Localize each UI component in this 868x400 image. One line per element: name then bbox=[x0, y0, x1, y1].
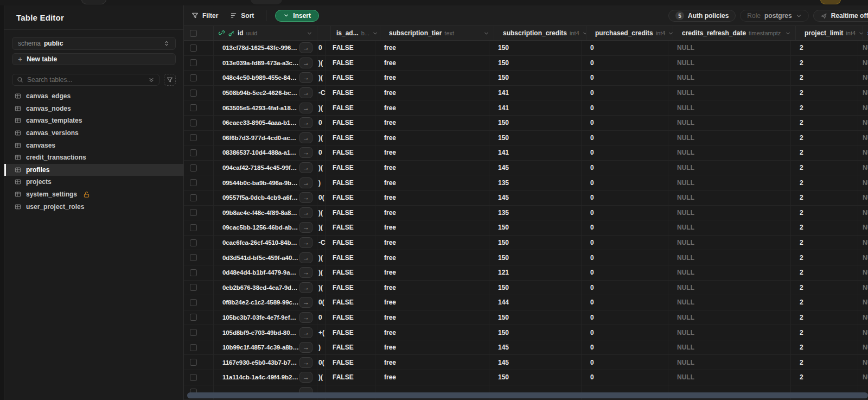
row-checkbox[interactable] bbox=[190, 329, 197, 336]
cell-clip[interactable]: )( bbox=[317, 220, 326, 235]
cell-subscription_credits[interactable]: 150 bbox=[489, 281, 582, 295]
cell-credits_refresh_date[interactable]: NULL bbox=[668, 281, 791, 295]
cell-is_admin[interactable]: FALSE bbox=[326, 250, 375, 265]
expand-row-button[interactable]: → bbox=[299, 327, 312, 338]
cell-subscription_next[interactable]: NULL bbox=[858, 250, 868, 265]
cell-subscription_tier[interactable]: free bbox=[375, 325, 489, 340]
expand-row-button[interactable]: → bbox=[299, 147, 312, 158]
column-header-project_limit[interactable]: project_limitint4 bbox=[796, 26, 863, 40]
cell-purchased_credits[interactable]: 0 bbox=[582, 41, 668, 55]
cell-subscription_next[interactable]: NULL bbox=[858, 71, 868, 85]
cell-subscription_credits[interactable]: 150 bbox=[489, 56, 582, 71]
cell-credits_refresh_date[interactable]: NULL bbox=[668, 295, 791, 310]
cell-purchased_credits[interactable]: 0 bbox=[582, 295, 668, 310]
cell-subscription_credits[interactable]: 145 bbox=[489, 355, 582, 370]
cell-is_admin[interactable]: FALSE bbox=[326, 325, 375, 340]
row-checkbox[interactable] bbox=[190, 269, 197, 276]
cell-credits_refresh_date[interactable]: NULL bbox=[668, 370, 791, 385]
horizontal-scrollbar[interactable] bbox=[187, 392, 868, 398]
realtime-button[interactable]: Realtime off bbox=[813, 10, 868, 22]
cell-subscription_credits[interactable]: 121 bbox=[489, 265, 582, 280]
cell-credits_refresh_date[interactable]: NULL bbox=[668, 86, 791, 100]
cell-project_limit[interactable]: 2 bbox=[791, 191, 858, 205]
cell-is_admin[interactable]: FALSE bbox=[326, 206, 375, 220]
cell-subscription_tier[interactable]: free bbox=[375, 161, 489, 175]
cell-clip[interactable]: )( bbox=[317, 370, 326, 385]
cell-subscription_credits[interactable]: 135 bbox=[489, 175, 582, 190]
cell-subscription_tier[interactable]: free bbox=[375, 145, 489, 160]
cell-subscription_next[interactable]: NULL bbox=[858, 86, 868, 100]
cell-project_limit[interactable]: 2 bbox=[791, 71, 858, 85]
cell-purchased_credits[interactable]: 0 bbox=[582, 131, 668, 145]
column-header-purchased_credits[interactable]: purchased_creditsint4 bbox=[586, 26, 673, 40]
cell-id[interactable]: 06f6b7d3-977d-4cd0-acd4-4a78...→ bbox=[214, 131, 317, 145]
cell-id[interactable]: 013e039a-fd89-473a-a3c6-ccfa9...→ bbox=[214, 56, 317, 71]
cell-project_limit[interactable]: 2 bbox=[791, 206, 858, 220]
cell-subscription_next[interactable]: NULL bbox=[858, 355, 868, 370]
row-checkbox[interactable] bbox=[190, 374, 197, 381]
cell-subscription_credits[interactable]: 150 bbox=[489, 71, 582, 85]
sidebar-item-user_project_roles[interactable]: user_project_roles bbox=[4, 200, 184, 213]
cell-purchased_credits[interactable]: 0 bbox=[582, 71, 668, 85]
cell-is_admin[interactable]: FALSE bbox=[326, 116, 375, 130]
expand-row-button[interactable]: → bbox=[299, 42, 312, 53]
sidebar-item-profiles[interactable]: profiles bbox=[4, 164, 184, 176]
cell-credits_refresh_date[interactable]: NULL bbox=[668, 236, 791, 250]
cell-purchased_credits[interactable]: 0 bbox=[582, 116, 668, 130]
cell-is_admin[interactable]: FALSE bbox=[326, 340, 375, 355]
cell-subscription_credits[interactable]: 145 bbox=[489, 340, 582, 355]
cell-subscription_credits[interactable]: 145 bbox=[489, 191, 582, 205]
cell-purchased_credits[interactable]: 0 bbox=[582, 325, 668, 340]
cell-credits_refresh_date[interactable]: NULL bbox=[668, 310, 791, 325]
cell-purchased_credits[interactable]: 0 bbox=[582, 265, 668, 280]
cell-subscription_tier[interactable]: free bbox=[375, 131, 489, 145]
cell-id[interactable]: 09cac5bb-1256-46bd-ab60-64ed...→ bbox=[214, 220, 317, 235]
insert-button[interactable]: Insert bbox=[275, 10, 319, 22]
cell-project_limit[interactable]: 2 bbox=[791, 325, 858, 340]
expand-row-button[interactable]: → bbox=[299, 58, 312, 68]
cell-subscription_credits[interactable]: 144 bbox=[489, 295, 582, 310]
cell-is_admin[interactable]: FALSE bbox=[326, 295, 375, 310]
schema-select[interactable]: schema public bbox=[12, 37, 176, 50]
cell-subscription_next[interactable]: NULL bbox=[858, 100, 868, 115]
expand-row-button[interactable]: → bbox=[299, 87, 312, 98]
cell-subscription_next[interactable]: NULL bbox=[858, 206, 868, 220]
cell-clip[interactable]: 0( bbox=[317, 355, 326, 370]
cell-clip[interactable]: )( bbox=[317, 131, 326, 145]
cell-credits_refresh_date[interactable]: NULL bbox=[668, 250, 791, 265]
cell-project_limit[interactable]: 2 bbox=[791, 250, 858, 265]
row-checkbox[interactable] bbox=[190, 344, 197, 351]
cell-subscription_tier[interactable]: free bbox=[375, 191, 489, 205]
cell-credits_refresh_date[interactable]: NULL bbox=[668, 191, 791, 205]
column-header-id[interactable]: iduuid bbox=[214, 26, 317, 40]
expand-row-button[interactable]: → bbox=[299, 222, 312, 233]
cell-subscription_next[interactable]: NULL bbox=[858, 295, 868, 310]
cell-subscription_next[interactable]: NULL bbox=[858, 340, 868, 355]
cell-subscription_credits[interactable]: 150 bbox=[489, 41, 582, 55]
cell-purchased_credits[interactable]: 0 bbox=[582, 161, 668, 175]
cell-purchased_credits[interactable]: 0 bbox=[582, 86, 668, 100]
row-checkbox[interactable] bbox=[190, 74, 197, 81]
sort-button[interactable]: Sort bbox=[230, 12, 254, 20]
row-checkbox[interactable] bbox=[190, 179, 197, 186]
cell-clip[interactable]: ) bbox=[317, 175, 326, 190]
cell-subscription_next[interactable]: NULL bbox=[858, 41, 868, 55]
cell-subscription_credits[interactable]: 145 bbox=[489, 161, 582, 175]
cell-credits_refresh_date[interactable]: NULL bbox=[668, 175, 791, 190]
cell-credits_refresh_date[interactable]: NULL bbox=[668, 265, 791, 280]
cell-project_limit[interactable]: 2 bbox=[791, 310, 858, 325]
cell-subscription_credits[interactable]: 150 bbox=[489, 310, 582, 325]
cell-id[interactable]: 06eaee33-8905-4aaa-b121-ab552...→ bbox=[214, 116, 317, 130]
cell-purchased_credits[interactable]: 0 bbox=[582, 340, 668, 355]
column-header-subscription_tier[interactable]: subscription_tiertext bbox=[380, 26, 494, 40]
cell-is_admin[interactable]: FALSE bbox=[326, 355, 375, 370]
select-all-checkbox[interactable] bbox=[190, 30, 197, 37]
cell-project_limit[interactable]: 2 bbox=[791, 295, 858, 310]
cell-credits_refresh_date[interactable]: NULL bbox=[668, 131, 791, 145]
cell-subscription_tier[interactable]: free bbox=[375, 265, 489, 280]
cell-purchased_credits[interactable]: 0 bbox=[582, 175, 668, 190]
sidebar-item-canvas_templates[interactable]: canvas_templates bbox=[4, 115, 184, 127]
cell-purchased_credits[interactable]: 0 bbox=[582, 355, 668, 370]
cell-subscription_next[interactable]: NULL bbox=[858, 310, 868, 325]
cell-subscription_credits[interactable]: 150 bbox=[489, 325, 582, 340]
